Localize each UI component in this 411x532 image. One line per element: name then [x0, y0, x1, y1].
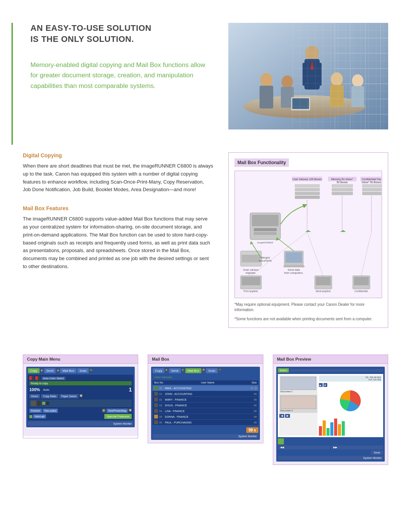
finisher-btn[interactable]: Finisher — [29, 409, 42, 413]
item-6-num: 06 — [159, 421, 164, 424]
next-page-btn[interactable]: ▶▶ — [331, 446, 383, 449]
two-sided-btn[interactable]: Two-sided — [43, 409, 58, 413]
bar-4 — [330, 422, 333, 436]
item-5-icon — [154, 415, 158, 419]
copy-system-monitor[interactable]: System Monitor — [28, 422, 133, 426]
mailbox-tab-scan[interactable]: Scan — [206, 368, 217, 373]
green-indicator — [42, 402, 45, 405]
mailbox-system-monitor[interactable]: System Monitor — [153, 434, 258, 438]
copy-tab-scan[interactable]: Scan — [77, 368, 89, 373]
doc-thumb-img-1 — [280, 377, 316, 390]
main-subtext: Memory-enabled digital copying and Mail … — [30, 60, 213, 91]
functionality-diagram-svg: User Inboxes 100 Boxes Memory Rx Inbox* … — [239, 175, 383, 293]
item-5-name: DONNA - FINANCE — [165, 415, 250, 418]
svg-text:Memory Rx Inbox*: Memory Rx Inbox* — [331, 178, 353, 181]
diagram-footnote-2: *Some functions are not available when p… — [234, 316, 382, 322]
mailbox-tab-copy[interactable]: Copy — [153, 368, 164, 373]
diagram-footnote-1: *May require optional equipment. Please … — [234, 302, 382, 313]
mailbox-item-3[interactable]: 03 DOUG - FINANCE 06 — [153, 403, 258, 408]
item-2-count: 06 — [251, 398, 257, 401]
special-features-btn[interactable]: Special Features — [104, 414, 132, 419]
preview-top-bar: Select — [278, 368, 383, 372]
mailbox-item-6[interactable]: 06 PAUL - PURCHASING 06 — [153, 420, 258, 425]
image-btn[interactable]: 🖼 — [102, 409, 106, 412]
mailbox-copy-icon: ⚙ — [165, 368, 168, 372]
doc-thumb-label-1: Document 1 — [280, 390, 316, 393]
auto-color-row: Auto-Color Select — [29, 376, 132, 380]
copy-ratio-btn[interactable]: Copy Ratio — [41, 394, 58, 398]
item-4-name: LISA - FINANCE — [165, 410, 250, 412]
svg-rect-71 — [242, 277, 260, 285]
mailbox-tab-mailbox[interactable]: Mail Box — [185, 368, 202, 373]
bar-6 — [338, 424, 341, 436]
bar-5 — [334, 419, 337, 436]
svg-rect-77 — [354, 277, 369, 285]
user-inboxes-label: User Inboxes — [153, 375, 258, 380]
done-btn[interactable]: Done — [371, 451, 383, 455]
svg-marker-49 — [340, 230, 346, 232]
preview-system-monitor[interactable]: System Monitor — [278, 456, 383, 460]
next-btn[interactable]: ▶ — [285, 414, 290, 418]
mailbox-tab-send[interactable]: Send — [169, 368, 181, 373]
scroll-indicator — [255, 387, 257, 390]
play-btn[interactable]: ▶ — [319, 383, 323, 387]
mailbox-box-icon: 📦 — [202, 368, 205, 372]
copy-menu-ui: Copy ⚙ Send ✉ Mail Box Scan 📷 Auto-Color… — [26, 367, 135, 427]
down-arrow-icon — [255, 388, 257, 390]
paper-select-btn[interactable]: Paper Select — [59, 394, 78, 398]
svg-text:Inbox* 50 Boxes: Inbox* 50 Boxes — [362, 181, 381, 184]
accent-bar — [11, 23, 13, 145]
select-indicator: Select — [278, 368, 289, 372]
bottom-nav: ◀◀ ▶▶ — [278, 446, 383, 449]
item-0-icon — [154, 386, 158, 390]
digital-copying-body: When there are short deadlines that must… — [23, 162, 213, 194]
mailbox-item-5[interactable]: 05 DONNA - FINANCE 08 — [153, 414, 258, 419]
item-5-num: 05 — [159, 415, 164, 418]
diagram-section: Mail Box Functionality User Inboxes 100 … — [228, 152, 388, 328]
svg-text:50 Boxes: 50 Boxes — [336, 181, 348, 184]
up-arrow-icon — [255, 387, 257, 388]
svg-rect-39 — [332, 184, 353, 187]
svg-point-16 — [260, 73, 272, 87]
copy-quantity: 100% — [29, 387, 40, 392]
svg-rect-35 — [295, 184, 320, 187]
hero-image — [228, 23, 388, 129]
item-2-num: 02 — [159, 398, 164, 401]
mailbox-item-0[interactable]: 00 MIKE - ACCOUNTING 15 — [153, 385, 258, 391]
stop-btn[interactable]: ■ — [323, 383, 327, 387]
mail-box-functionality-diagram: Mail Box Functionality User Inboxes 100 … — [228, 152, 388, 328]
copy-menu-body: Auto-Color Select Ready to copy 100% Aut… — [28, 375, 133, 420]
mail-box-preview-content: Select Document 1 Doc — [273, 364, 388, 465]
copy-tab-mailbox[interactable]: Mail Box — [60, 368, 76, 373]
copy-tab-send[interactable]: Send — [44, 368, 56, 373]
mailbox-item-2[interactable]: 02 MARY - FINANCE 06 — [153, 397, 258, 402]
mailbox-item-1[interactable]: 01 JOHN - ACCOUNTING 06 — [153, 391, 258, 396]
svg-rect-52 — [254, 228, 277, 231]
mailbox-item-4[interactable]: 04 LISA - FINANCE 06 — [153, 408, 258, 414]
item-1-num: 01 — [159, 393, 164, 395]
copy-tab-copy[interactable]: Copy — [28, 368, 40, 373]
down-arrow: ▼ — [129, 409, 132, 412]
prev-page-btn[interactable]: ◀◀ — [278, 446, 330, 449]
main-headline: AN EASY-TO-USE SOLUTION IS THE ONLY SOLU… — [30, 23, 213, 45]
copy-menu-bottom-row: Finisher Two-sided 🖼 Text/Photo/Map ▼ — [29, 409, 132, 413]
direct-btn[interactable]: Direct — [29, 394, 40, 398]
mailbox-tabs: Copy ⚙ Send ✉ Mail Box 📦 Scan 📷 — [153, 368, 258, 373]
auto-color-icon2 — [35, 376, 40, 380]
svg-rect-63 — [284, 265, 304, 267]
col-box-no: Box No. — [154, 381, 164, 384]
mail-box-box: Mail Box Copy ⚙ Send ✉ Mail Box 📦 Scan 📷… — [148, 355, 263, 443]
copy-mode: Auto — [43, 388, 49, 391]
interrupt-btn[interactable]: Interrupt — [33, 414, 46, 419]
auto-color-label[interactable]: Auto-Color Select — [41, 377, 65, 380]
text-photo-btn[interactable]: Text/Photo/Map — [107, 409, 128, 413]
svg-text:Print anytime: Print anytime — [244, 290, 258, 293]
copy-main-menu-title: Copy Main Menu — [23, 355, 138, 364]
send-tab-icon: ✉ — [56, 368, 59, 372]
bar-2 — [323, 420, 326, 436]
copy-main-menu-box: Copy Main Menu Copy ⚙ Send ✉ Mail Box Sc… — [23, 355, 138, 438]
play-controls: ▶ ■ — [319, 383, 382, 387]
prev-btn[interactable]: ◀ — [279, 414, 284, 418]
svg-rect-38 — [295, 196, 320, 199]
top-left-content: AN EASY-TO-USE SOLUTION IS THE ONLY SOLU… — [23, 23, 213, 129]
